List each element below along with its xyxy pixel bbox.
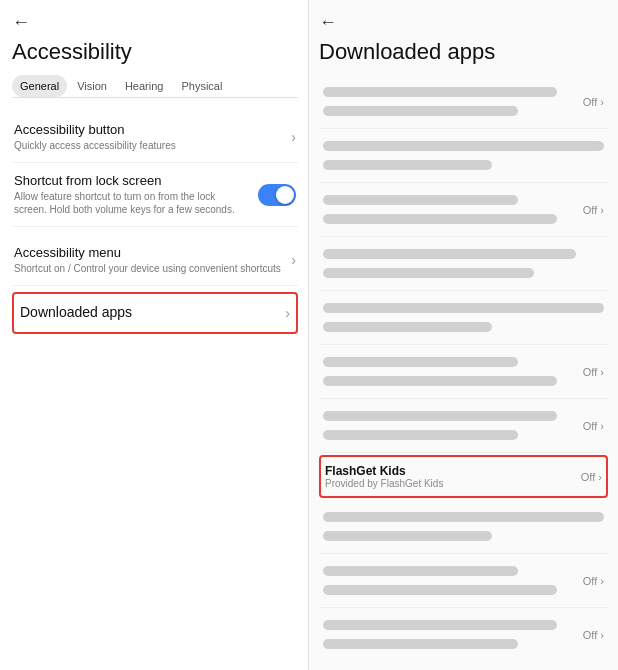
rp-item-9[interactable]: Off › — [319, 554, 608, 608]
downloaded-apps-chevron: › — [285, 305, 290, 321]
shortcut-lock-screen-title: Shortcut from lock screen — [14, 173, 250, 188]
blur-bar — [323, 411, 557, 421]
blur-bar — [323, 566, 518, 576]
rp-off-label-10: Off › — [583, 629, 604, 641]
tab-hearing[interactable]: Hearing — [117, 75, 172, 97]
rp-item-5[interactable] — [319, 291, 608, 345]
shortcut-toggle[interactable] — [258, 184, 296, 206]
accessibility-menu-chevron: › — [291, 252, 296, 268]
rp-item-4[interactable] — [319, 237, 608, 291]
right-back-button[interactable]: ← — [319, 12, 608, 33]
accessibility-button-item[interactable]: Accessibility button Quickly access acce… — [12, 112, 298, 163]
blur-bar — [323, 620, 557, 630]
rp-off-label-6: Off › — [583, 366, 604, 378]
blur-bar — [323, 249, 576, 259]
blur-bar — [323, 357, 518, 367]
rp-item-6[interactable]: Off › — [319, 345, 608, 399]
blur-bar — [323, 303, 604, 313]
rp-off-label-9: Off › — [583, 575, 604, 587]
accessibility-button-desc: Quickly access accessibility features — [14, 139, 285, 152]
blur-bar — [323, 639, 518, 649]
flashget-kids-subtitle: Provided by FlashGet Kids — [325, 478, 581, 489]
accessibility-menu-desc: Shortcut on / Control your device using … — [14, 262, 285, 275]
rp-item-2[interactable] — [319, 129, 608, 183]
rp-item-1[interactable]: Off › — [319, 75, 608, 129]
accessibility-menu-title: Accessibility menu — [14, 245, 285, 260]
left-page-title: Accessibility — [12, 39, 298, 65]
shortcut-lock-screen-desc: Allow feature shortcut to turn on from t… — [14, 190, 250, 216]
accessibility-button-chevron: › — [291, 129, 296, 145]
flashget-kids-title: FlashGet Kids — [325, 464, 581, 478]
flashget-kids-off-label: Off › — [581, 471, 602, 483]
blur-bar — [323, 512, 604, 522]
rp-off-label-1: Off › — [583, 96, 604, 108]
blur-bar — [323, 87, 557, 97]
blur-bar — [323, 160, 492, 170]
rp-item-10[interactable]: Off › — [319, 608, 608, 660]
blur-bar — [323, 430, 518, 440]
blur-bar — [323, 376, 557, 386]
right-panel: ← Downloaded apps Off › Off › — [309, 0, 618, 670]
left-back-button[interactable]: ← — [12, 12, 298, 33]
downloaded-apps-list: Off › Off › — [319, 75, 608, 660]
shortcut-lock-screen-item[interactable]: Shortcut from lock screen Allow feature … — [12, 163, 298, 227]
blur-bar — [323, 214, 557, 224]
rp-off-label-3: Off › — [583, 204, 604, 216]
rp-item-8[interactable] — [319, 500, 608, 554]
accessibility-tabs: General Vision Hearing Physical — [12, 75, 298, 98]
tab-vision[interactable]: Vision — [69, 75, 115, 97]
rp-item-7[interactable]: Off › — [319, 399, 608, 453]
blur-bar — [323, 322, 492, 332]
blur-bar — [323, 141, 604, 151]
accessibility-button-title: Accessibility button — [14, 122, 285, 137]
accessibility-menu-item[interactable]: Accessibility menu Shortcut on / Control… — [12, 235, 298, 286]
flashget-kids-item[interactable]: FlashGet Kids Provided by FlashGet Kids … — [319, 455, 608, 498]
tab-general[interactable]: General — [12, 75, 67, 97]
downloaded-apps-item[interactable]: Downloaded apps › — [12, 292, 298, 334]
right-page-title: Downloaded apps — [319, 39, 608, 65]
rp-item-3[interactable]: Off › — [319, 183, 608, 237]
downloaded-apps-title: Downloaded apps — [20, 304, 132, 320]
blur-bar — [323, 585, 557, 595]
blur-bar — [323, 268, 534, 278]
blur-bar — [323, 195, 518, 205]
blur-bar — [323, 106, 518, 116]
left-panel: ← Accessibility General Vision Hearing P… — [0, 0, 309, 670]
rp-off-label-7: Off › — [583, 420, 604, 432]
blur-bar — [323, 531, 492, 541]
tab-physical[interactable]: Physical — [173, 75, 230, 97]
